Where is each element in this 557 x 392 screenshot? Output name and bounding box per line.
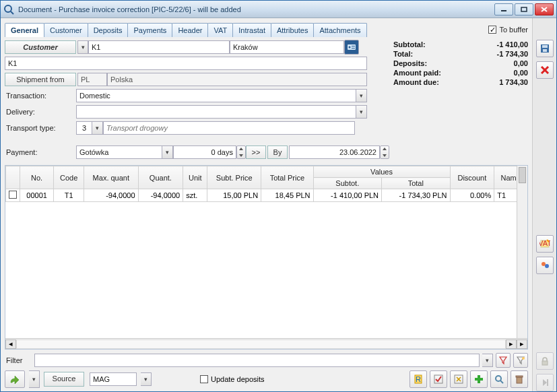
vertical-scrollbar[interactable] xyxy=(517,166,527,338)
payment-method-input[interactable] xyxy=(76,145,162,159)
tools-button[interactable] xyxy=(450,370,467,388)
svg-line-1 xyxy=(11,11,13,14)
to-buffer-checkbox[interactable]: To buffer xyxy=(488,26,528,34)
horizontal-scrollbar[interactable]: ◂ ▸ ▸ xyxy=(5,338,527,349)
tab-vat[interactable]: VAT xyxy=(207,23,233,37)
preview-button[interactable] xyxy=(490,370,508,388)
update-deposits-checkbox[interactable]: Update deposits xyxy=(200,375,265,383)
tab-header[interactable]: Header xyxy=(172,23,208,37)
maximize-button[interactable] xyxy=(515,3,533,15)
scroll-right-button[interactable]: ▸ xyxy=(506,339,517,349)
transport-desc-input[interactable] xyxy=(103,121,355,135)
col-subp[interactable]: Subt. Price xyxy=(207,166,261,189)
col-maxq[interactable]: Max. quant xyxy=(84,166,139,189)
payment-label: Payment: xyxy=(5,148,76,156)
filter-dropdown-button[interactable] xyxy=(482,354,493,367)
filter-input[interactable] xyxy=(34,354,480,367)
payment-date-input[interactable] xyxy=(289,145,380,159)
deposits-value: 0,00 xyxy=(514,59,528,67)
svg-rect-8 xyxy=(352,46,355,46)
svg-point-7 xyxy=(349,46,351,48)
col-values-group[interactable]: Values xyxy=(313,166,450,178)
tab-intrastat[interactable]: Intrastat xyxy=(232,23,271,37)
col-no[interactable]: No. xyxy=(20,166,54,189)
tab-deposits[interactable]: Deposits xyxy=(88,23,129,37)
tab-attachments[interactable]: Attachments xyxy=(313,23,366,37)
payment-days-input[interactable] xyxy=(173,145,236,159)
row-checkbox[interactable] xyxy=(9,191,17,199)
validate-button[interactable] xyxy=(430,370,447,388)
filter-edit-icon[interactable] xyxy=(513,353,528,368)
checkbox-icon xyxy=(200,375,208,383)
svg-rect-22 xyxy=(542,45,548,48)
tab-general[interactable]: General xyxy=(5,23,44,37)
tab-attributes[interactable]: Attributes xyxy=(271,23,314,37)
customer-name-input[interactable] xyxy=(5,57,367,70)
transport-label: Transport type: xyxy=(5,124,76,132)
amount-due-label: Amount due: xyxy=(393,78,439,86)
customer-dropdown-button[interactable] xyxy=(77,40,88,54)
col-disc[interactable]: Discount xyxy=(450,166,494,189)
payment-by-button[interactable]: By xyxy=(267,145,288,159)
import-button[interactable] xyxy=(5,370,25,388)
add-button[interactable] xyxy=(470,370,488,388)
col-total[interactable]: Total xyxy=(382,178,450,189)
delivery-input[interactable] xyxy=(76,105,356,119)
transport-dropdown-button[interactable] xyxy=(92,121,103,135)
svg-rect-31 xyxy=(547,379,548,386)
customer-lookup-icon[interactable] xyxy=(344,40,359,55)
source-dropdown-button[interactable] xyxy=(141,372,152,386)
delivery-dropdown-button[interactable] xyxy=(356,105,367,119)
payment-forward-button[interactable]: >> xyxy=(246,145,266,159)
source-button[interactable]: Source xyxy=(44,372,84,387)
svg-point-0 xyxy=(5,5,11,12)
payment-method-dropdown-button[interactable] xyxy=(162,145,173,159)
customer-code-input[interactable] xyxy=(88,40,230,54)
tab-customer[interactable]: Customer xyxy=(44,23,88,37)
svg-point-28 xyxy=(542,262,546,266)
titlebar: Document - Purchase invoice correction [… xyxy=(1,1,556,18)
col-subtot[interactable]: Subtot. xyxy=(313,178,381,189)
source-input[interactable] xyxy=(90,372,137,386)
close-button[interactable] xyxy=(535,3,554,15)
customer-button[interactable]: Customer xyxy=(5,40,76,54)
shipment-name xyxy=(107,73,367,86)
transaction-dropdown-button[interactable] xyxy=(356,89,367,102)
lock-button[interactable] xyxy=(536,352,554,370)
date-spinner[interactable] xyxy=(380,145,389,159)
import-dropdown-button[interactable] xyxy=(29,370,40,388)
col-q[interactable]: Quant. xyxy=(138,166,183,189)
right-toolbar: VAT xyxy=(532,18,556,391)
save-button[interactable] xyxy=(536,40,554,57)
customer-city-input[interactable] xyxy=(230,40,344,54)
transport-code-input[interactable] xyxy=(76,121,92,135)
checkbox-icon xyxy=(488,26,496,34)
svg-rect-23 xyxy=(543,49,547,52)
col-code[interactable]: Code xyxy=(54,166,84,189)
scroll-left-button[interactable]: ◂ xyxy=(5,339,16,349)
svg-point-10 xyxy=(522,357,525,360)
subtotal-value: -1 410,00 xyxy=(497,40,528,48)
col-totp[interactable]: Total Price xyxy=(261,166,313,189)
filter-apply-icon[interactable] xyxy=(496,353,511,368)
shipment-from-button[interactable]: Shipment from xyxy=(5,73,76,86)
receipt-button[interactable]: R xyxy=(409,370,427,388)
cancel-button[interactable] xyxy=(536,61,554,79)
delivery-label: Delivery: xyxy=(5,108,76,116)
next-button[interactable] xyxy=(536,374,554,391)
svg-line-18 xyxy=(500,381,503,383)
svg-point-17 xyxy=(496,376,501,381)
contacts-button[interactable] xyxy=(536,257,554,274)
tab-payments[interactable]: Payments xyxy=(127,23,172,37)
amount-due-value: 1 734,30 xyxy=(499,78,528,86)
days-spinner[interactable] xyxy=(236,145,246,159)
delete-button[interactable] xyxy=(511,370,528,388)
transaction-input[interactable] xyxy=(76,89,356,102)
deposits-label: Deposits: xyxy=(393,59,427,67)
table-row[interactable]: 00001T1-94,0000-94,0000szt.15,00 PLN18,4… xyxy=(6,189,527,202)
minimize-button[interactable] xyxy=(494,3,513,15)
vat-button[interactable]: VAT xyxy=(536,235,554,253)
scroll-end-button[interactable]: ▸ xyxy=(517,339,527,349)
col-unit[interactable]: Unit xyxy=(183,166,207,189)
document-icon xyxy=(3,4,14,15)
